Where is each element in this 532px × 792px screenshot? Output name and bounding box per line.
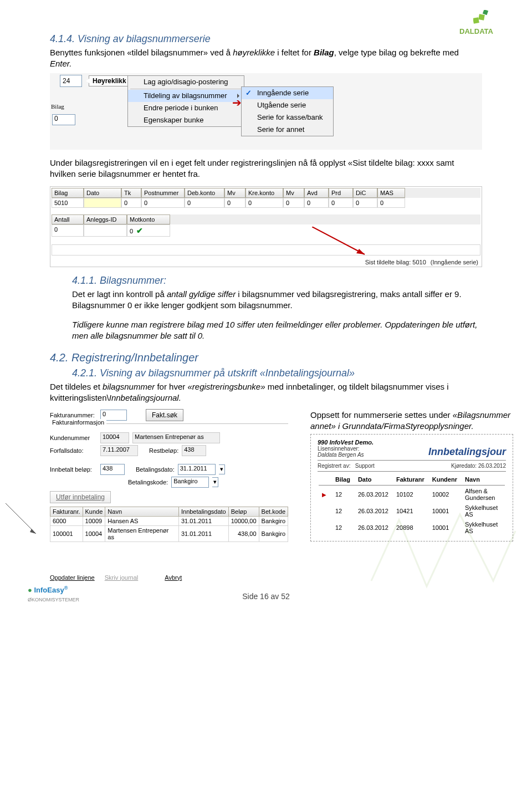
check-icon: ✔: [136, 226, 143, 235]
cell[interactable]: 0: [141, 198, 185, 208]
cell: 26.03.2012: [355, 520, 392, 535]
forfall-label: Forfallsdato:: [50, 447, 97, 454]
skriv-journal-button: Skriv journal: [105, 574, 139, 581]
utfor-button[interactable]: Utfør innbetaling: [50, 491, 111, 503]
cell: Alfsen & Gundersen: [462, 487, 505, 502]
col-header: Fakturanr.: [50, 507, 83, 516]
submenu-annet[interactable]: Serie for annet: [242, 124, 333, 136]
col-header: Avd: [304, 188, 329, 198]
col-header: Kre.konto: [245, 188, 283, 198]
col-header: Kunde: [83, 507, 105, 516]
hoyreklikk-tooltip: Høyreklikk: [89, 75, 130, 86]
col-header: Deb.konto: [185, 188, 224, 198]
cell: 10002: [429, 487, 461, 502]
cell[interactable]: 0 ✔: [127, 224, 170, 237]
red-triangle-icon: ▶: [322, 492, 326, 498]
cell: 10102: [393, 487, 428, 502]
menu-periode[interactable]: Endre periode i bunken: [128, 102, 244, 114]
cell[interactable]: 0: [121, 198, 141, 208]
heading-414: 4.1.4. Visning av bilagsnummerserie: [50, 33, 482, 45]
bilag-label: Bilag: [51, 103, 64, 110]
chevron-down-icon[interactable]: ▾: [212, 477, 218, 487]
menu-egenskaper[interactable]: Egenskaper bunke: [128, 114, 244, 126]
cell: 100001: [50, 525, 83, 541]
journal-firm: 990 InfoVest Demo.: [318, 439, 506, 446]
sist-tildelte-serie: (Inngående serie): [431, 259, 478, 265]
col-header: Motkonto: [127, 214, 170, 224]
cell: 10001: [429, 503, 461, 519]
heading-42: 4.2. Registrering/Innbetalinger: [50, 351, 482, 364]
menu-agio[interactable]: Lag agio/disagio-postering: [128, 76, 244, 88]
cell: Martensen Entrepenør as: [105, 525, 179, 541]
col-header: Navn: [462, 475, 505, 484]
col-header: Bilag: [52, 188, 84, 198]
innbelop-label: Innbetalt beløp:: [50, 466, 97, 473]
col-header: Dato: [84, 188, 121, 198]
cell: Sykkelhuset AS: [462, 503, 505, 519]
cell[interactable]: 0: [185, 198, 224, 208]
cell: 12: [332, 487, 354, 502]
heading-411: 4.1.1. Bilagsnummer:: [72, 275, 482, 287]
menu-screenshot: 24 Høyreklikk Lag agio/disagio-postering…: [50, 73, 482, 150]
betdato-input[interactable]: 31.1.2011: [178, 464, 216, 475]
cell: Bankgiro: [259, 516, 288, 525]
svg-line-3: [312, 227, 365, 254]
col-header: Postnummer: [141, 188, 185, 198]
faktsok-button[interactable]: Fakt.søk: [146, 409, 183, 421]
cell: 20898: [393, 520, 428, 535]
cell: Sykkelhuset AS: [462, 520, 505, 535]
col-header: Prd: [329, 188, 353, 198]
cell[interactable]: 0: [245, 198, 283, 208]
cell[interactable]: 5010: [52, 198, 84, 208]
oppdater-button[interactable]: Oppdater linjene: [50, 574, 95, 581]
avbryt-button[interactable]: Avbryt: [165, 574, 182, 581]
cell: 12: [332, 503, 354, 519]
chevron-down-icon[interactable]: ▾: [219, 464, 225, 474]
context-menu: Lag agio/disagio-postering Tildeling av …: [127, 75, 244, 127]
col-header: Innbetalingsdato: [178, 507, 228, 516]
para-411-1: Det er lagt inn kontroll på antall gyldi…: [72, 289, 482, 311]
para-414: Benyttes funksjonen «tildel bilagsnummer…: [50, 47, 482, 70]
submenu-kasse[interactable]: Serie for kasse/bank: [242, 111, 333, 124]
forfall-field: 7.11.2007: [100, 445, 138, 456]
cell[interactable]: 0: [283, 198, 304, 208]
submenu-utgaende[interactable]: Utgående serie: [242, 99, 333, 111]
cell[interactable]: 0: [52, 224, 84, 237]
bilag-field[interactable]: 0: [52, 114, 75, 125]
innbelop-input[interactable]: 438: [100, 464, 125, 475]
cell: 10001: [429, 520, 461, 535]
cell: 10000,00: [228, 516, 259, 525]
betkode-label: Betalingskode:: [128, 479, 168, 486]
cell[interactable]: 0: [353, 198, 377, 208]
cell[interactable]: [84, 224, 127, 237]
betdato-label: Betalingsdato:: [136, 466, 175, 473]
submenu-serie: ✓Inngående serie Utgående serie Serie fo…: [241, 86, 334, 136]
check-icon: ✓: [245, 89, 252, 97]
svg-rect-0: [473, 17, 479, 24]
heading-421: 4.2.1. Visning av bilagsnummer på utskri…: [72, 367, 482, 379]
faktnr-label: Fakturanummer:: [50, 412, 97, 418]
daldata-logo-icon: [473, 10, 493, 25]
svg-marker-4: [356, 249, 365, 254]
col-header: Kundenr: [429, 475, 461, 484]
restbelop-field: 438: [182, 445, 206, 456]
svg-line-5: [6, 503, 36, 534]
submenu-inngaende[interactable]: ✓Inngående serie: [242, 87, 333, 99]
betkode-select[interactable]: Bankgiro: [171, 477, 209, 488]
cell: 26.03.2012: [355, 487, 392, 502]
para-under: Under bilagsregistreringen vil en i eget…: [50, 157, 482, 180]
col-header: Fakturanr: [393, 475, 428, 484]
col-header: Tk: [121, 188, 141, 198]
menu-tildeling[interactable]: Tildeling av bilagsnummer: [128, 90, 244, 102]
col-header: DiC: [353, 188, 377, 198]
cell[interactable]: 0: [304, 198, 329, 208]
col-header: Mv: [283, 188, 304, 198]
col-header: Dato: [355, 475, 392, 484]
cell[interactable]: 0: [377, 198, 405, 208]
cell[interactable]: 0: [329, 198, 353, 208]
daldata-brand: DALDATA: [459, 27, 493, 35]
innbetaling-table: Fakturanr.KundeNavnInnbetalingsdatoBeløp…: [50, 507, 288, 542]
cell[interactable]: 0: [224, 198, 245, 208]
kundenavn-field: Martensen Entrepenør as: [132, 432, 220, 443]
cell[interactable]: [84, 198, 121, 208]
